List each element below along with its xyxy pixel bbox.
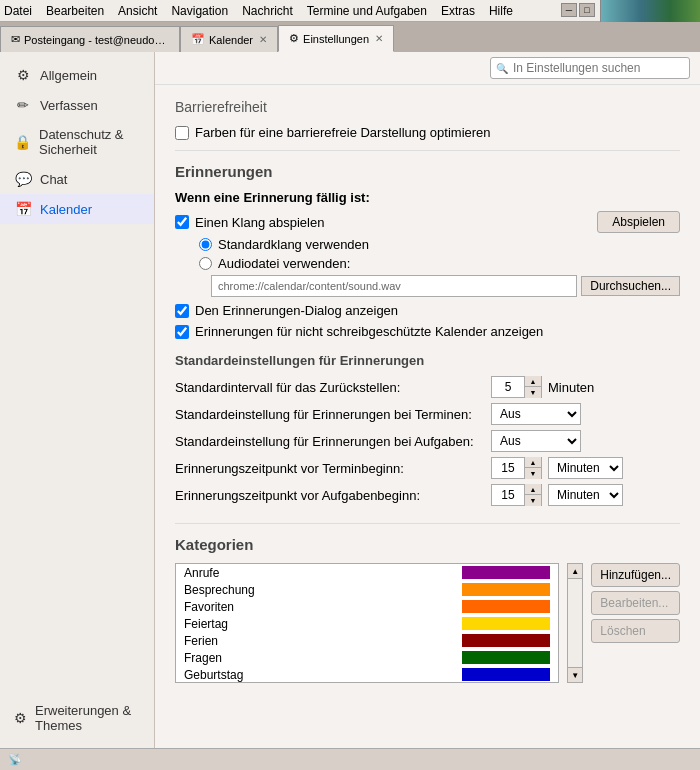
sound-label: Einen Klang abspielen	[195, 215, 324, 230]
browse-button[interactable]: Durchsuchen...	[581, 276, 680, 296]
tab-kalender-label: Kalender	[209, 34, 253, 46]
calendar-checkbox[interactable]	[175, 325, 189, 339]
play-button[interactable]: Abspielen	[597, 211, 680, 233]
tab-einstellungen-close[interactable]: ✕	[375, 33, 383, 44]
barrierefreiheit-label: Farben für eine barrierefreie Darstellun…	[195, 125, 491, 140]
sidebar-item-extensions[interactable]: ⚙ Erweiterungen & Themes	[0, 696, 154, 740]
extensions-icon: ⚙	[14, 710, 27, 726]
radio-audio[interactable]	[199, 257, 212, 270]
list-item[interactable]: Besprechung	[176, 581, 558, 598]
appt-before-input[interactable]	[492, 459, 524, 477]
task-before-label: Erinnerungszeitpunkt vor Aufgabenbeginn:	[175, 488, 485, 503]
sidebar-label-datenschutz: Datenschutz & Sicherheit	[39, 127, 140, 157]
statusbar: 📡	[0, 748, 700, 770]
menu-termine[interactable]: Termine und Aufgaben	[307, 4, 427, 18]
menu-extras[interactable]: Extras	[441, 4, 475, 18]
category-color	[462, 617, 550, 630]
list-scroll-up[interactable]: ▲	[567, 563, 583, 579]
task-select[interactable]: Aus 0 Minuten 5 Minuten 15 Minuten	[491, 430, 581, 452]
tab-kalender[interactable]: 📅 Kalender ✕	[180, 26, 278, 52]
barrierefreiheit-checkbox-row: Farben für eine barrierefreie Darstellun…	[175, 125, 680, 140]
snooze-up[interactable]: ▲	[525, 376, 541, 387]
category-color	[462, 600, 550, 613]
content-area: 🔍 Barrierefreiheit Farben für eine barri…	[155, 52, 700, 748]
minimize-button[interactable]: ─	[561, 3, 577, 17]
kategorien-section: Kategorien AnrufeBesprechungFavoritenFei…	[155, 524, 700, 695]
list-item[interactable]: Feiertag	[176, 615, 558, 632]
maximize-button[interactable]: □	[579, 3, 595, 17]
appt-select[interactable]: Aus 0 Minuten 5 Minuten 15 Minuten	[491, 403, 581, 425]
snooze-down[interactable]: ▼	[525, 387, 541, 398]
category-color	[462, 634, 550, 647]
kategorien-list: AnrufeBesprechungFavoritenFeiertagFerien…	[175, 563, 559, 683]
dialog-label: Den Erinnerungen-Dialog anzeigen	[195, 303, 398, 318]
tab-einstellungen[interactable]: ⚙ Einstellungen ✕	[278, 25, 394, 52]
task-label: Standardeinstellung für Erinnerungen bei…	[175, 434, 485, 449]
sidebar-item-chat[interactable]: 💬 Chat	[0, 164, 154, 194]
barrierefreiheit-title: Barrierefreiheit	[175, 99, 680, 115]
calendar-label: Erinnerungen für nicht schreibgeschützte…	[195, 324, 543, 339]
tab-posteingang[interactable]: ✉ Posteingang - test@neudorf-m...	[0, 26, 180, 52]
tabbar: ✉ Posteingang - test@neudorf-m... 📅 Kale…	[0, 22, 700, 52]
dialog-checkbox[interactable]	[175, 304, 189, 318]
list-item[interactable]: Fragen	[176, 649, 558, 666]
appt-before-label: Erinnerungszeitpunkt vor Terminbeginn:	[175, 461, 485, 476]
search-icon: 🔍	[496, 63, 508, 74]
menu-nachricht[interactable]: Nachricht	[242, 4, 293, 18]
category-color	[462, 566, 550, 579]
barrierefreiheit-section: Barrierefreiheit Farben für eine barrier…	[155, 85, 700, 150]
appt-before-down[interactable]: ▼	[525, 468, 541, 479]
category-color	[462, 583, 550, 596]
snooze-input[interactable]	[492, 378, 524, 396]
kalender-tab-icon: 📅	[191, 33, 205, 46]
list-scroll-down[interactable]: ▼	[567, 667, 583, 683]
appt-label: Standardeinstellung für Erinnerungen bei…	[175, 407, 485, 422]
category-color	[462, 651, 550, 664]
search-input[interactable]	[490, 57, 690, 79]
list-item[interactable]: Favoriten	[176, 598, 558, 615]
menu-navigation[interactable]: Navigation	[171, 4, 228, 18]
sidebar-item-datenschutz[interactable]: 🔒 Datenschutz & Sicherheit	[0, 120, 154, 164]
menu-hilfe[interactable]: Hilfe	[489, 4, 513, 18]
add-category-button[interactable]: Hinzufügen...	[591, 563, 680, 587]
sidebar-item-verfassen[interactable]: ✏ Verfassen	[0, 90, 154, 120]
task-before-down[interactable]: ▼	[525, 495, 541, 506]
barrierefreiheit-checkbox[interactable]	[175, 126, 189, 140]
sidebar-label-verfassen: Verfassen	[40, 98, 98, 113]
tab-kalender-close[interactable]: ✕	[259, 34, 267, 45]
kategorien-buttons: Hinzufügen... Bearbeiten... Löschen	[591, 563, 680, 683]
menu-bearbeiten[interactable]: Bearbeiten	[46, 4, 104, 18]
sidebar-label-kalender: Kalender	[40, 202, 92, 217]
category-color	[462, 668, 550, 681]
edit-category-button[interactable]: Bearbeiten...	[591, 591, 680, 615]
audio-path-input[interactable]	[211, 275, 577, 297]
task-before-unit[interactable]: Minuten Stunden Tage	[548, 484, 623, 506]
sidebar: ⚙ Allgemein ✏ Verfassen 🔒 Datenschutz & …	[0, 52, 155, 748]
delete-category-button[interactable]: Löschen	[591, 619, 680, 643]
sidebar-item-allgemein[interactable]: ⚙ Allgemein	[0, 60, 154, 90]
list-item[interactable]: Geburtstag	[176, 666, 558, 683]
task-before-input[interactable]	[492, 486, 524, 504]
appt-before-up[interactable]: ▲	[525, 457, 541, 468]
erinnerungen-section: Erinnerungen Wenn eine Erinnerung fällig…	[155, 151, 700, 523]
sound-checkbox[interactable]	[175, 215, 189, 229]
task-before-up[interactable]: ▲	[525, 484, 541, 495]
list-item[interactable]: Ferien	[176, 632, 558, 649]
menu-ansicht[interactable]: Ansicht	[118, 4, 157, 18]
appt-before-unit[interactable]: Minuten Stunden Tage	[548, 457, 623, 479]
erinnerungen-title: Erinnerungen	[175, 163, 680, 180]
menu-datei[interactable]: Datei	[4, 4, 32, 18]
sidebar-item-kalender[interactable]: 📅 Kalender	[0, 194, 154, 224]
lock-icon: 🔒	[14, 134, 31, 150]
sidebar-label-extensions: Erweiterungen & Themes	[35, 703, 140, 733]
search-bar: 🔍	[155, 52, 700, 85]
snooze-label: Standardintervall für das Zurückstellen:	[175, 380, 485, 395]
sidebar-label-chat: Chat	[40, 172, 67, 187]
radio-audio-label: Audiodatei verwenden:	[218, 256, 350, 271]
kategorien-title: Kategorien	[175, 536, 680, 553]
list-item[interactable]: Anrufe	[176, 564, 558, 581]
gear-icon: ⚙	[14, 67, 32, 83]
radio-standard[interactable]	[199, 238, 212, 251]
statusbar-icon: 📡	[8, 753, 22, 766]
when-label: Wenn eine Erinnerung fällig ist:	[175, 190, 680, 205]
